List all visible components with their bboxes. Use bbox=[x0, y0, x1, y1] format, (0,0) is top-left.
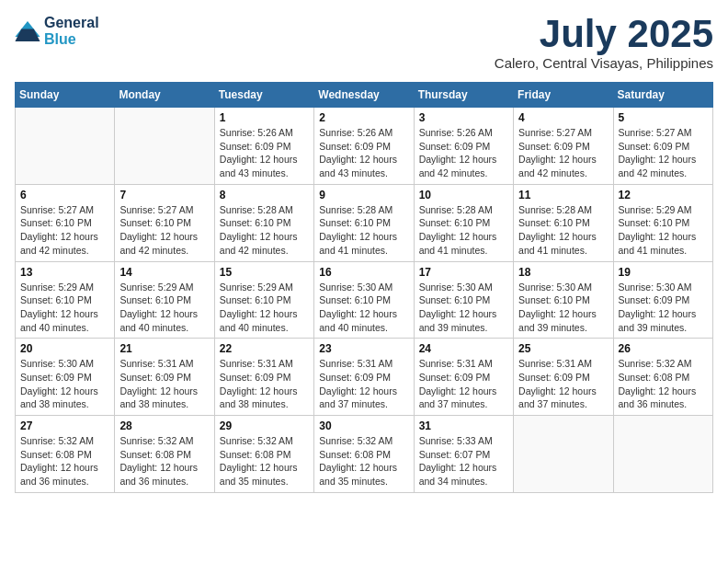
weekday-header: Sunday bbox=[16, 83, 115, 108]
calendar-cell: 20Sunrise: 5:30 AM Sunset: 6:09 PM Dayli… bbox=[16, 339, 115, 416]
svg-marker-1 bbox=[15, 29, 40, 41]
day-number: 25 bbox=[518, 342, 608, 355]
calendar-cell: 11Sunrise: 5:28 AM Sunset: 6:10 PM Dayli… bbox=[514, 184, 613, 261]
calendar-cell bbox=[115, 108, 214, 185]
calendar-cell: 7Sunrise: 5:27 AM Sunset: 6:10 PM Daylig… bbox=[115, 184, 214, 261]
calendar-cell: 9Sunrise: 5:28 AM Sunset: 6:10 PM Daylig… bbox=[314, 184, 414, 261]
day-info: Sunrise: 5:30 AM Sunset: 6:10 PM Dayligh… bbox=[518, 281, 608, 335]
day-info: Sunrise: 5:30 AM Sunset: 6:09 PM Dayligh… bbox=[20, 357, 109, 411]
calendar-week-row: 1Sunrise: 5:26 AM Sunset: 6:09 PM Daylig… bbox=[16, 108, 713, 185]
calendar-cell: 18Sunrise: 5:30 AM Sunset: 6:10 PM Dayli… bbox=[514, 261, 613, 339]
day-info: Sunrise: 5:27 AM Sunset: 6:10 PM Dayligh… bbox=[119, 203, 209, 258]
day-number: 26 bbox=[619, 342, 708, 355]
logo-text: General Blue bbox=[44, 15, 99, 48]
calendar-cell: 28Sunrise: 5:32 AM Sunset: 6:08 PM Dayli… bbox=[115, 416, 214, 493]
day-info: Sunrise: 5:30 AM Sunset: 6:09 PM Dayligh… bbox=[619, 281, 708, 335]
calendar-cell: 14Sunrise: 5:29 AM Sunset: 6:10 PM Dayli… bbox=[115, 261, 214, 339]
calendar-cell: 16Sunrise: 5:30 AM Sunset: 6:10 PM Dayli… bbox=[314, 261, 414, 339]
calendar-cell: 15Sunrise: 5:29 AM Sunset: 6:10 PM Dayli… bbox=[214, 261, 313, 339]
day-info: Sunrise: 5:30 AM Sunset: 6:10 PM Dayligh… bbox=[319, 281, 408, 335]
day-number: 14 bbox=[119, 266, 209, 279]
day-number: 9 bbox=[319, 189, 408, 201]
calendar-week-row: 20Sunrise: 5:30 AM Sunset: 6:09 PM Dayli… bbox=[16, 339, 713, 416]
weekday-header: Monday bbox=[115, 83, 214, 108]
day-number: 24 bbox=[419, 342, 508, 355]
day-number: 27 bbox=[20, 419, 109, 432]
calendar-cell: 31Sunrise: 5:33 AM Sunset: 6:07 PM Dayli… bbox=[414, 416, 513, 493]
subtitle: Calero, Central Visayas, Philippines bbox=[495, 55, 713, 71]
day-info: Sunrise: 5:28 AM Sunset: 6:10 PM Dayligh… bbox=[220, 203, 309, 258]
weekday-header: Friday bbox=[514, 83, 613, 108]
day-number: 15 bbox=[220, 266, 309, 279]
calendar-cell: 5Sunrise: 5:27 AM Sunset: 6:09 PM Daylig… bbox=[613, 108, 712, 185]
calendar-table: SundayMondayTuesdayWednesdayThursdayFrid… bbox=[15, 82, 713, 493]
calendar-cell bbox=[16, 108, 115, 185]
day-info: Sunrise: 5:31 AM Sunset: 6:09 PM Dayligh… bbox=[518, 357, 608, 411]
day-number: 29 bbox=[220, 419, 309, 432]
day-number: 31 bbox=[419, 419, 508, 432]
day-number: 8 bbox=[220, 189, 309, 201]
calendar-cell: 21Sunrise: 5:31 AM Sunset: 6:09 PM Dayli… bbox=[115, 339, 214, 416]
calendar-cell bbox=[514, 416, 613, 493]
calendar-cell: 6Sunrise: 5:27 AM Sunset: 6:10 PM Daylig… bbox=[16, 184, 115, 261]
day-info: Sunrise: 5:30 AM Sunset: 6:10 PM Dayligh… bbox=[419, 281, 508, 335]
calendar-week-row: 6Sunrise: 5:27 AM Sunset: 6:10 PM Daylig… bbox=[16, 184, 713, 261]
day-number: 28 bbox=[119, 419, 209, 432]
day-number: 3 bbox=[419, 111, 508, 124]
calendar-cell: 2Sunrise: 5:26 AM Sunset: 6:09 PM Daylig… bbox=[314, 108, 414, 185]
day-info: Sunrise: 5:33 AM Sunset: 6:07 PM Dayligh… bbox=[419, 434, 508, 488]
day-info: Sunrise: 5:31 AM Sunset: 6:09 PM Dayligh… bbox=[220, 357, 309, 411]
weekday-header: Thursday bbox=[414, 83, 513, 108]
day-info: Sunrise: 5:27 AM Sunset: 6:09 PM Dayligh… bbox=[619, 126, 708, 180]
day-number: 21 bbox=[119, 342, 209, 355]
calendar-cell: 1Sunrise: 5:26 AM Sunset: 6:09 PM Daylig… bbox=[214, 108, 313, 185]
calendar-cell: 24Sunrise: 5:31 AM Sunset: 6:09 PM Dayli… bbox=[414, 339, 513, 416]
day-number: 19 bbox=[619, 266, 708, 279]
day-info: Sunrise: 5:32 AM Sunset: 6:08 PM Dayligh… bbox=[220, 434, 309, 488]
day-number: 10 bbox=[419, 189, 508, 201]
day-info: Sunrise: 5:29 AM Sunset: 6:10 PM Dayligh… bbox=[220, 281, 309, 335]
day-number: 2 bbox=[319, 111, 408, 124]
day-number: 13 bbox=[20, 266, 109, 279]
day-number: 17 bbox=[419, 266, 508, 279]
day-info: Sunrise: 5:32 AM Sunset: 6:08 PM Dayligh… bbox=[20, 434, 109, 488]
day-number: 11 bbox=[518, 189, 608, 201]
day-info: Sunrise: 5:32 AM Sunset: 6:08 PM Dayligh… bbox=[619, 357, 708, 411]
day-info: Sunrise: 5:29 AM Sunset: 6:10 PM Dayligh… bbox=[619, 203, 708, 258]
day-info: Sunrise: 5:32 AM Sunset: 6:08 PM Dayligh… bbox=[319, 434, 408, 488]
day-number: 23 bbox=[319, 342, 408, 355]
calendar-cell: 30Sunrise: 5:32 AM Sunset: 6:08 PM Dayli… bbox=[314, 416, 414, 493]
calendar-cell: 23Sunrise: 5:31 AM Sunset: 6:09 PM Dayli… bbox=[314, 339, 414, 416]
day-number: 20 bbox=[20, 342, 109, 355]
calendar-cell: 19Sunrise: 5:30 AM Sunset: 6:09 PM Dayli… bbox=[613, 261, 712, 339]
calendar-cell: 3Sunrise: 5:26 AM Sunset: 6:09 PM Daylig… bbox=[414, 108, 513, 185]
day-info: Sunrise: 5:32 AM Sunset: 6:08 PM Dayligh… bbox=[119, 434, 209, 488]
day-number: 18 bbox=[518, 266, 608, 279]
day-number: 5 bbox=[619, 111, 708, 124]
day-number: 12 bbox=[619, 189, 708, 201]
logo-icon bbox=[15, 21, 40, 41]
day-info: Sunrise: 5:28 AM Sunset: 6:10 PM Dayligh… bbox=[518, 203, 608, 258]
weekday-header: Saturday bbox=[613, 83, 712, 108]
day-number: 16 bbox=[319, 266, 408, 279]
day-info: Sunrise: 5:31 AM Sunset: 6:09 PM Dayligh… bbox=[119, 357, 209, 411]
calendar-cell: 17Sunrise: 5:30 AM Sunset: 6:10 PM Dayli… bbox=[414, 261, 513, 339]
calendar-cell: 29Sunrise: 5:32 AM Sunset: 6:08 PM Dayli… bbox=[214, 416, 313, 493]
weekday-header: Wednesday bbox=[314, 83, 414, 108]
day-info: Sunrise: 5:26 AM Sunset: 6:09 PM Dayligh… bbox=[419, 126, 508, 180]
day-info: Sunrise: 5:26 AM Sunset: 6:09 PM Dayligh… bbox=[220, 126, 309, 180]
day-info: Sunrise: 5:29 AM Sunset: 6:10 PM Dayligh… bbox=[20, 281, 109, 335]
calendar-week-row: 27Sunrise: 5:32 AM Sunset: 6:08 PM Dayli… bbox=[16, 416, 713, 493]
day-number: 4 bbox=[518, 111, 608, 124]
calendar-cell: 10Sunrise: 5:28 AM Sunset: 6:10 PM Dayli… bbox=[414, 184, 513, 261]
calendar-cell bbox=[613, 416, 712, 493]
day-info: Sunrise: 5:29 AM Sunset: 6:10 PM Dayligh… bbox=[119, 281, 209, 335]
calendar-cell: 8Sunrise: 5:28 AM Sunset: 6:10 PM Daylig… bbox=[214, 184, 313, 261]
day-info: Sunrise: 5:31 AM Sunset: 6:09 PM Dayligh… bbox=[319, 357, 408, 411]
calendar-header-row: SundayMondayTuesdayWednesdayThursdayFrid… bbox=[16, 83, 713, 108]
calendar-cell: 22Sunrise: 5:31 AM Sunset: 6:09 PM Dayli… bbox=[214, 339, 313, 416]
calendar-week-row: 13Sunrise: 5:29 AM Sunset: 6:10 PM Dayli… bbox=[16, 261, 713, 339]
day-number: 30 bbox=[319, 419, 408, 432]
calendar-cell: 13Sunrise: 5:29 AM Sunset: 6:10 PM Dayli… bbox=[16, 261, 115, 339]
main-title: July 2025 bbox=[495, 15, 713, 53]
